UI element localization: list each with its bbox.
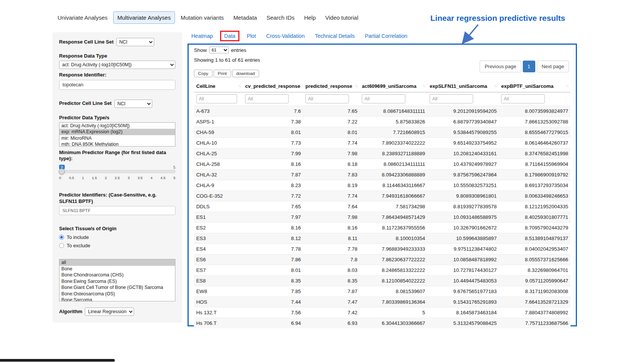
table-row[interactable]: CHLA-98.238.198.1144634311666710.5550832… (194, 180, 571, 191)
cell-line: A-673 (194, 106, 243, 117)
cell-line: ES1 (194, 212, 243, 223)
copy-button[interactable]: Copy (194, 70, 213, 77)
col-header-label: CellLine (196, 83, 216, 89)
table-row[interactable]: Hs 132.T7.567.4258.16458734631847.880437… (194, 307, 571, 318)
col-header-expbptf-unisarcoma[interactable]: ↑↓expBPTF_uniSarcoma (499, 80, 571, 92)
show-label: Show (194, 47, 207, 53)
cell-value: 9.05711205990647 (499, 276, 571, 286)
slider-handle[interactable] (59, 169, 65, 175)
slider-track[interactable] (59, 170, 175, 173)
table-row[interactable]: ES47.787.787.968839492333339.97511238474… (194, 244, 571, 254)
response-data-type-select[interactable]: act: Drug Activity (-log10[IC50M]) (59, 61, 175, 69)
tab-data[interactable]: Data (220, 31, 240, 41)
download-button[interactable]: download (232, 70, 259, 77)
tab-technical-details[interactable]: Technical Details (315, 33, 355, 39)
nav-tab-metadata[interactable]: Metadata (230, 12, 261, 23)
response-identifier-input[interactable] (59, 80, 175, 90)
table-row[interactable]: ES28.168.168.1172363795555610.3267901662… (194, 223, 571, 233)
tissue-option-bone[interactable]: Bone (59, 266, 175, 272)
tab-cross-validation[interactable]: Cross-Validation (266, 33, 305, 39)
table-row[interactable]: CHLA-327.877.838.094233068888899.8756759… (194, 170, 571, 180)
filter-input-cellline[interactable] (196, 94, 237, 103)
algorithm-select[interactable]: Linear Regression (85, 307, 134, 316)
tab-heatmap[interactable]: Heatmap (191, 33, 213, 39)
filter-input-act609699-unisarcoma[interactable] (362, 94, 405, 103)
predictor-type-mth-dna-850k-methylation[interactable]: mth: DNA 850K Methylation (59, 141, 175, 147)
table-row[interactable]: CHLA-107.737.747.890233740222229.6514923… (194, 138, 571, 148)
predictor-cell-line-set-select[interactable]: NCI (114, 100, 152, 108)
table-row[interactable]: ES17.977.987.8643494857142910.0931486588… (194, 212, 571, 223)
table-row[interactable]: CHLA-2588.168.188.0860213411111110.43792… (194, 159, 571, 170)
nav-tab-help[interactable]: Help (300, 12, 320, 23)
table-row[interactable]: CHLA-257.997.988.2389327118888910.208124… (194, 148, 571, 159)
filter-input-expslfn11-unisarcoma[interactable] (430, 94, 473, 103)
table-row[interactable]: CHA-598.018.017.72166089159.538445790892… (194, 127, 571, 138)
tissue-option-bone-sarcoma[interactable]: Bone:Sarcoma (59, 297, 175, 301)
response-cell-line-set-select[interactable]: NCI (116, 38, 154, 46)
previous-page-button[interactable]: Previous page (480, 61, 521, 72)
cell-value: 7.78 (243, 244, 303, 254)
tab-plot[interactable]: Plot (247, 33, 256, 39)
table-row[interactable]: ES67.867.87.8623063772222210.08584878189… (194, 254, 571, 265)
col-header-cv-predicted-response[interactable]: ↑↓cv_predicted_response (243, 80, 303, 92)
table-row[interactable]: HOS7.447.477.803398691363649.15431765291… (194, 297, 571, 307)
tissue-option-bone-giant-cell-tumor-of-bone-gctb-sarcoma[interactable]: Bone:Giant Cell Tumor of Bone (GCTB) Sar… (59, 284, 175, 291)
cell-line: Hs 706.T (194, 318, 243, 329)
print-button[interactable]: Print (214, 70, 231, 77)
tissue-option-bone-ewing-sarcoma-es[interactable]: Bone:Ewing Sarcoma (ES) (59, 278, 175, 285)
col-header-cellline[interactable]: ↑↓CellLine (194, 80, 243, 92)
cell-value: 7.73 (243, 138, 303, 148)
predictor-type-act-drug-activity-log10-ic50m[interactable]: act: Drug Activity (-log10[IC50M]) (59, 123, 175, 129)
col-header-predicted-response[interactable]: ↑↓predicted_response (303, 80, 360, 92)
tissue-origin-list[interactable]: allBoneBone:Chondrosarcoma (CHS)Bone:Ewi… (59, 259, 175, 301)
slider-max-label: 5 (173, 165, 175, 170)
filter-input-predicted-response[interactable] (305, 94, 349, 103)
predictor-identifiers-input[interactable] (59, 206, 175, 215)
response-data-type-label: Response Data Type (59, 53, 175, 59)
slider-tick: 0.5 (69, 176, 74, 180)
predictor-type-exp-mrna-expression-log2[interactable]: exp: mRNA Expression (log2) (59, 129, 175, 135)
cell-value: 7.75711233687566 (499, 318, 571, 329)
nav-tab-univariate-analyses[interactable]: Univariate Analyses (54, 12, 111, 23)
cell-value: 7.86613253092788 (499, 117, 571, 127)
predictor-data-types-list[interactable]: act: Drug Activity (-log10[IC50M])exp: m… (59, 122, 175, 147)
table-row[interactable]: ES38.128.118.10001035410.5996438858978.5… (194, 233, 571, 244)
cell-value: 7.42 (303, 307, 360, 318)
table-row[interactable]: A-6737.67.658.086716483111119.2012091959… (194, 106, 571, 117)
nav-tab-mutation-variants[interactable]: Mutation variants (177, 12, 228, 23)
table-row[interactable]: ASPS-17.387.225.8758338266.8879773934084… (194, 117, 571, 127)
cell-line: HOS (194, 297, 243, 307)
entries-count-select[interactable]: 61 (209, 47, 229, 53)
nav-tab-search-ids[interactable]: Search IDs (263, 12, 298, 23)
cell-value: 8.51389104879137 (499, 233, 571, 244)
table-row[interactable]: DDLS7.657.647.5817342988.819392778395788… (194, 201, 571, 212)
tissue-option-bone-osteosarcoma-os[interactable]: Bone:Osteosarcoma (OS) (59, 291, 175, 297)
table-row[interactable]: ES78.018.038.2486581332222210.7278174430… (194, 265, 571, 276)
predictor-type-mir-microrna[interactable]: mir: MicroRNA (59, 135, 175, 142)
cell-value: 7.83 (303, 170, 360, 180)
tissue-option-bone-chondrosarcoma-chs[interactable]: Bone:Chondrosarcoma (CHS) (59, 272, 175, 278)
tissue-exclude-radio[interactable]: To exclude (59, 243, 175, 248)
tissue-include-radio[interactable]: To include (59, 234, 175, 240)
tab-partial-correlation[interactable]: Partial Correlation (365, 33, 407, 39)
cell-value: 7.6 (243, 106, 303, 117)
nav-tab-multivariate-analyses[interactable]: Multivariate Analyses (113, 11, 175, 24)
min-predictor-range-slider[interactable]: 0 5 00.511.522.533.544.55 (59, 170, 175, 187)
cell-value: 8.65554677279015 (499, 127, 571, 138)
tissue-option-all[interactable]: all (59, 259, 175, 266)
table-row[interactable]: ES88.358.358.1210085402222210.4494475483… (194, 276, 571, 286)
col-header-act609699-unisarcoma[interactable]: ↑↓act609699_uniSarcoma (360, 80, 427, 92)
table-row[interactable]: COG-E-3527.727.747.949316180666679.80893… (194, 191, 571, 201)
cell-value: 8.12121952004335 (499, 201, 571, 212)
filter-input-expbptf-unisarcoma[interactable] (501, 94, 545, 103)
current-page-button[interactable]: 1 (523, 61, 535, 72)
cell-value: 8.3226980964701 (499, 265, 571, 276)
table-row[interactable]: EW87.857.878.0815396079.676756519771838.… (194, 286, 571, 297)
table-row[interactable]: Hs 706.T6.946.936.304413033666675.313245… (194, 318, 571, 329)
nav-tab-video-tutorial[interactable]: Video tutorial (321, 12, 362, 23)
cell-value: 8.1645873463184 (427, 307, 499, 318)
cell-line: COG-E-352 (194, 191, 243, 201)
next-page-button[interactable]: Next page (537, 61, 569, 72)
filter-input-cv-predicted-response[interactable] (245, 94, 289, 103)
col-header-expslfn11-unisarcoma[interactable]: ↑↓expSLFN11_uniSarcoma (427, 80, 499, 92)
